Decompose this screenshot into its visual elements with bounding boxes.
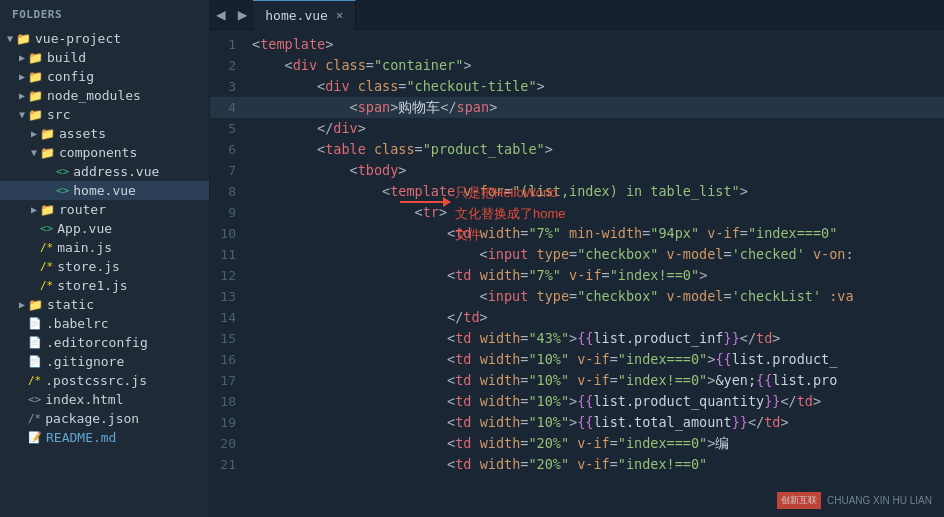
- sidebar-item-label: .babelrc: [46, 316, 109, 331]
- sidebar-item-label: store1.js: [57, 278, 127, 293]
- editor-area: ◀ ▶ home.vue ✕ 1<template>2 <div class="…: [210, 0, 944, 517]
- sidebar-item-router[interactable]: 📁 router: [0, 200, 209, 219]
- sidebar-item-label: address.vue: [73, 164, 159, 179]
- tab-nav-prev[interactable]: ◀: [210, 5, 232, 24]
- line-number: 9: [210, 203, 248, 223]
- line-content: <template>: [248, 34, 944, 54]
- code-editor[interactable]: 1<template>2 <div class="container">3 <d…: [210, 30, 944, 517]
- sidebar-item-label: index.html: [45, 392, 123, 407]
- sidebar-item-editorconfig[interactable]: 📄 .editorconfig: [0, 333, 209, 352]
- sidebar-item-label: package.json: [45, 411, 139, 426]
- js-file-icon: /*: [40, 260, 53, 273]
- sidebar-item-gitignore[interactable]: 📄 .gitignore: [0, 352, 209, 371]
- watermark: 创新互联 CHUANG XIN HU LIAN: [777, 492, 932, 509]
- sidebar-item-assets[interactable]: 📁 assets: [0, 124, 209, 143]
- code-line-18: 18 <td width="10%">{{list.product_quanti…: [210, 391, 944, 412]
- sidebar-item-label: .postcssrc.js: [45, 373, 147, 388]
- folder-icon: 📁: [40, 127, 55, 141]
- sidebar-item-label: store.js: [57, 259, 120, 274]
- sidebar-item-index-html[interactable]: <> index.html: [0, 390, 209, 409]
- line-number: 15: [210, 329, 248, 349]
- line-number: 18: [210, 392, 248, 412]
- code-line-1: 1<template>: [210, 34, 944, 55]
- sidebar-item-label: assets: [59, 126, 106, 141]
- sidebar-item-config[interactable]: 📁 config: [0, 67, 209, 86]
- line-content: <td width="10%">{{list.total_amount}}</t…: [248, 412, 944, 432]
- file-icon: 📄: [28, 355, 42, 368]
- vue-file-icon: <>: [56, 165, 69, 178]
- sidebar-item-vue-project[interactable]: 📁 vue-project: [0, 29, 209, 48]
- folder-icon: 📁: [28, 51, 43, 65]
- sidebar-item-app-vue[interactable]: <> App.vue: [0, 219, 209, 238]
- sidebar-item-label: node_modules: [47, 88, 141, 103]
- line-content: <td width="10%" v-if="index===0">{{list.…: [248, 349, 944, 369]
- sidebar-item-label: build: [47, 50, 86, 65]
- code-line-12: 12 <td width="7%" v-if="index!==0">: [210, 265, 944, 286]
- sidebar-item-label: router: [59, 202, 106, 217]
- line-content: <template v-for="(list,index) in table_l…: [248, 181, 944, 201]
- sidebar-item-home-vue[interactable]: <> home.vue: [0, 181, 209, 200]
- code-line-6: 6 <table class="product_table">: [210, 139, 944, 160]
- file-icon: <>: [28, 393, 41, 406]
- sidebar-item-babelrc[interactable]: 📄 .babelrc: [0, 314, 209, 333]
- code-line-17: 17 <td width="10%" v-if="index!==0">&yen…: [210, 370, 944, 391]
- sidebar-item-readme-md[interactable]: 📝 README.md: [0, 428, 209, 447]
- line-number: 4: [210, 98, 248, 118]
- line-content: <td width="43%">{{list.product_inf}}</td…: [248, 328, 944, 348]
- folder-icon: 📁: [40, 146, 55, 160]
- sidebar-item-static[interactable]: 📁 static: [0, 295, 209, 314]
- line-content: </td>: [248, 307, 944, 327]
- line-content: <tr>: [248, 202, 944, 222]
- folder-icon: 📁: [28, 108, 43, 122]
- sidebar-item-package-json[interactable]: /* package.json: [0, 409, 209, 428]
- tab-label: home.vue: [265, 8, 328, 23]
- watermark-subtitle: CHUANG XIN HU LIAN: [827, 495, 932, 506]
- code-line-16: 16 <td width="10%" v-if="index===0">{{li…: [210, 349, 944, 370]
- line-number: 8: [210, 182, 248, 202]
- line-content: <td width="7%" v-if="index!==0">: [248, 265, 944, 285]
- tab-home-vue[interactable]: home.vue ✕: [253, 0, 356, 30]
- arrow-icon: [16, 71, 28, 82]
- sidebar-item-components[interactable]: 📁 components: [0, 143, 209, 162]
- sidebar-item-store-js[interactable]: /* store.js: [0, 257, 209, 276]
- sidebar-item-main-js[interactable]: /* main.js: [0, 238, 209, 257]
- watermark-brand: 创新互联: [777, 492, 821, 509]
- sidebar-item-build[interactable]: 📁 build: [0, 48, 209, 67]
- line-number: 16: [210, 350, 248, 370]
- line-content: <div class="checkout-title">: [248, 76, 944, 96]
- code-line-15: 15 <td width="43%">{{list.product_inf}}<…: [210, 328, 944, 349]
- code-line-19: 19 <td width="10%">{{list.total_amount}}…: [210, 412, 944, 433]
- file-icon: 📄: [28, 336, 42, 349]
- sidebar-item-address-vue[interactable]: <> address.vue: [0, 162, 209, 181]
- folder-icon: 📁: [40, 203, 55, 217]
- js-file-icon: /*: [40, 279, 53, 292]
- line-content: <input type="checkbox" v-model='checkLis…: [248, 286, 944, 306]
- line-number: 20: [210, 434, 248, 454]
- sidebar-item-label: .gitignore: [46, 354, 124, 369]
- sidebar-item-src[interactable]: 📁 src: [0, 105, 209, 124]
- line-content: <tbody>: [248, 160, 944, 180]
- sidebar-item-postcssrc[interactable]: /* .postcssrc.js: [0, 371, 209, 390]
- line-number: 21: [210, 455, 248, 475]
- tab-close-button[interactable]: ✕: [336, 8, 343, 22]
- folder-icon: 📁: [28, 70, 43, 84]
- code-line-10: 10 <td width="7%" min-width="94px" v-if=…: [210, 223, 944, 244]
- tab-bar: ◀ ▶ home.vue ✕: [210, 0, 944, 30]
- sidebar-item-label: static: [47, 297, 94, 312]
- line-number: 5: [210, 119, 248, 139]
- sidebar-item-label: vue-project: [35, 31, 121, 46]
- code-line-9: 9 <tr>: [210, 202, 944, 223]
- tab-nav-next[interactable]: ▶: [232, 5, 254, 24]
- arrow-icon: [28, 128, 40, 139]
- line-number: 10: [210, 224, 248, 244]
- sidebar-item-store1-js[interactable]: /* store1.js: [0, 276, 209, 295]
- sidebar-item-label: config: [47, 69, 94, 84]
- arrow-icon: [4, 33, 16, 44]
- code-line-5: 5 </div>: [210, 118, 944, 139]
- arrow-icon: [28, 204, 40, 215]
- arrow-icon: [16, 109, 28, 120]
- line-number: 1: [210, 35, 248, 55]
- code-line-2: 2 <div class="container">: [210, 55, 944, 76]
- line-number: 2: [210, 56, 248, 76]
- sidebar-item-node-modules[interactable]: 📁 node_modules: [0, 86, 209, 105]
